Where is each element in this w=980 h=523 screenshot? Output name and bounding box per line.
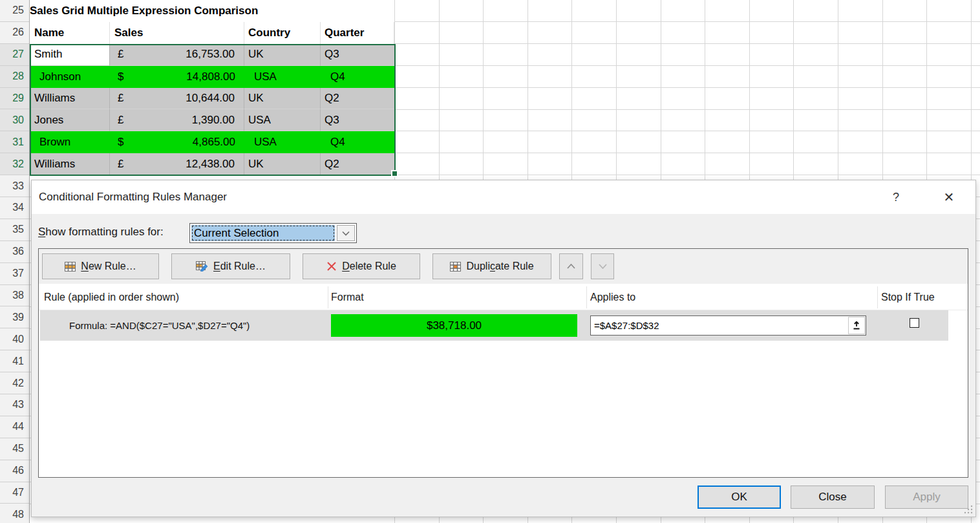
cell-header-name[interactable]: Name — [30, 22, 110, 44]
cell-sales-32[interactable]: £12,438.00 — [110, 153, 244, 175]
cell-country-27[interactable]: UK — [244, 44, 321, 66]
sales-amount: 1,390.00 — [192, 114, 235, 127]
apply-button[interactable]: Apply — [885, 486, 968, 509]
cell-country-32[interactable]: UK — [244, 153, 321, 175]
column-header-stop-if-true: Stop If True — [881, 284, 935, 310]
cell-header-quarter[interactable]: Quarter — [321, 22, 394, 44]
row-header-25[interactable]: 25 — [0, 0, 29, 22]
cell-country-30[interactable]: USA — [244, 109, 321, 131]
resize-grip[interactable] — [964, 505, 974, 515]
sheet-row-26: Name Sales Country Quarter — [30, 22, 394, 44]
cell-name-31[interactable]: Brown — [30, 131, 110, 153]
rule-formula: Formula: =AND($C27="USA",$D27="Q4") — [69, 310, 250, 341]
delete-rule-button[interactable]: Delete Rule — [303, 253, 420, 279]
row-header-27[interactable]: 27 — [0, 44, 29, 66]
cell-name-28[interactable]: Johnson — [30, 66, 110, 88]
new-rule-button[interactable]: New Rule… — [42, 253, 159, 279]
cell-name-32[interactable]: Williams — [30, 153, 110, 175]
row-header-47[interactable]: 47 — [0, 482, 29, 504]
fill-handle[interactable] — [391, 170, 398, 177]
cell-title[interactable]: Sales Grid Multiple Expression Compariso… — [30, 0, 394, 22]
move-rule-up-button[interactable] — [559, 253, 583, 279]
applies-to-input[interactable]: =$A$27:$D$32 — [590, 315, 866, 336]
cell-country-28[interactable]: USA — [244, 66, 321, 88]
cell-header-country[interactable]: Country — [244, 22, 321, 44]
dropdown-selected-value[interactable]: Current Selection — [191, 225, 335, 241]
cell-quarter-29[interactable]: Q2 — [321, 88, 394, 110]
cell-sales-28[interactable]: $14,808.00 — [110, 66, 244, 88]
row-header-37[interactable]: 37 — [0, 263, 29, 285]
duplicate-rule-button[interactable]: Duplicate Rule — [432, 253, 551, 279]
row-header-39[interactable]: 39 — [0, 306, 29, 328]
table-grid-pencil-icon — [196, 261, 208, 272]
chevron-down-icon[interactable] — [337, 225, 355, 241]
row-header-41[interactable]: 41 — [0, 350, 29, 372]
chevron-down-icon — [599, 264, 607, 269]
cell-name-30[interactable]: Jones — [30, 109, 110, 131]
cell-quarter-31[interactable]: Q4 — [321, 131, 394, 153]
row-header-38[interactable]: 38 — [0, 285, 29, 307]
sheet-row-30: Jones£1,390.00USAQ3 — [30, 109, 394, 131]
close-button[interactable]: Close — [791, 486, 875, 509]
rule-row[interactable]: Formula: =AND($C27="USA",$D27="Q4") $38,… — [40, 310, 948, 341]
move-rule-down-button[interactable] — [591, 253, 614, 279]
row-header-35[interactable]: 35 — [0, 219, 29, 241]
cell-name-27[interactable]: Smith — [30, 44, 110, 66]
row-header-40[interactable]: 40 — [0, 328, 29, 350]
currency-symbol: £ — [118, 48, 123, 61]
help-button[interactable]: ? — [888, 180, 904, 214]
column-header-rule: Rule (applied in order shown) — [44, 284, 179, 310]
column-header-applies-to: Applies to — [590, 284, 635, 310]
column-separator — [586, 286, 587, 308]
cell-header-sales[interactable]: Sales — [110, 22, 244, 44]
row-header-45[interactable]: 45 — [0, 438, 29, 460]
show-rules-dropdown[interactable]: Current Selection — [189, 223, 357, 243]
row-header-29[interactable]: 29 — [0, 88, 29, 110]
cell-sales-31[interactable]: $4,865.00 — [110, 131, 244, 153]
dialog-title: Conditional Formatting Rules Manager — [39, 180, 227, 214]
collapse-dialog-icon[interactable] — [848, 317, 865, 334]
row-header-36[interactable]: 36 — [0, 241, 29, 263]
row-header-42[interactable]: 42 — [0, 372, 29, 394]
cell-quarter-28[interactable]: Q4 — [321, 66, 394, 88]
sheet-row-27: Smith£16,753.00UKQ3 — [30, 44, 394, 66]
applies-to-value[interactable]: =$A$27:$D$32 — [591, 320, 848, 331]
cell-quarter-27[interactable]: Q3 — [321, 44, 394, 66]
row-header-46[interactable]: 46 — [0, 460, 29, 482]
column-separator — [328, 286, 328, 308]
row-header-43[interactable]: 43 — [0, 394, 29, 416]
rule-format-preview: $38,718.00 — [331, 314, 577, 337]
ok-button[interactable]: OK — [698, 486, 781, 509]
cell-sales-27[interactable]: £16,753.00 — [110, 44, 244, 66]
sheet-row-28: Johnson$14,808.00USAQ4 — [30, 66, 394, 88]
cell-name-29[interactable]: Williams — [30, 88, 110, 110]
cell-quarter-32[interactable]: Q2 — [321, 153, 394, 175]
cell-country-31[interactable]: USA — [244, 131, 321, 153]
row-header-31[interactable]: 31 — [0, 131, 29, 153]
row-header-30[interactable]: 30 — [0, 109, 29, 131]
label-rest: how formatting rules for: — [45, 226, 163, 239]
table-grid-icon — [450, 262, 461, 272]
dialog-titlebar[interactable]: Conditional Formatting Rules Manager ? ✕ — [32, 180, 975, 214]
cell-quarter-30[interactable]: Q3 — [321, 109, 394, 131]
rules-list-container: New Rule… Edit Rule… Delete Rule — [38, 248, 968, 478]
sales-amount: 14,808.00 — [186, 70, 235, 83]
row-header-34[interactable]: 34 — [0, 197, 29, 219]
edit-rule-button[interactable]: Edit Rule… — [171, 253, 290, 279]
cell-sales-30[interactable]: £1,390.00 — [110, 109, 244, 131]
rules-toolbar: New Rule… Edit Rule… Delete Rule — [39, 249, 968, 284]
row-header-33[interactable]: 33 — [0, 175, 29, 197]
cell-country-29[interactable]: UK — [244, 88, 321, 110]
sales-amount: 16,753.00 — [186, 48, 235, 61]
row-header-28[interactable]: 28 — [0, 66, 29, 88]
row-header-26[interactable]: 26 — [0, 22, 29, 44]
currency-symbol: £ — [118, 158, 123, 171]
data-rows: Smith£16,753.00UKQ3Johnson$14,808.00USAQ… — [30, 44, 394, 175]
row-header-48[interactable]: 48 — [0, 504, 29, 523]
stop-if-true-checkbox[interactable] — [910, 318, 919, 328]
cell-sales-29[interactable]: £10,644.00 — [110, 88, 244, 110]
currency-symbol: £ — [118, 114, 123, 127]
row-header-44[interactable]: 44 — [0, 416, 29, 438]
close-icon[interactable]: ✕ — [941, 180, 957, 214]
row-header-32[interactable]: 32 — [0, 153, 29, 175]
